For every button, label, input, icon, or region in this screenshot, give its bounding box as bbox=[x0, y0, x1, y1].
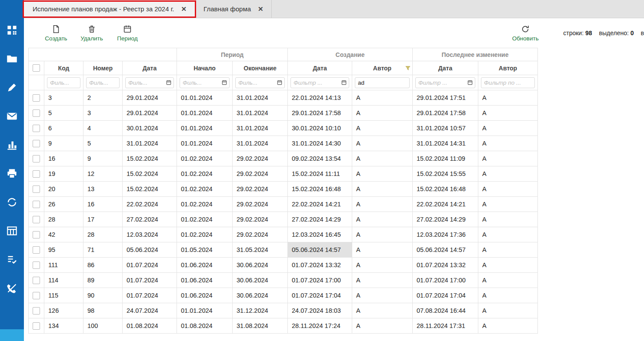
calendar-icon[interactable] bbox=[341, 79, 347, 86]
table-row[interactable]: 281727.02.202401.02.202429.02.202427.02.… bbox=[29, 212, 538, 227]
cell[interactable]: 29.02.2024 bbox=[233, 227, 288, 242]
cell[interactable]: A bbox=[478, 151, 538, 166]
cell[interactable]: 22.01.2024 14:13 bbox=[288, 90, 352, 106]
cell[interactable]: 17 bbox=[83, 212, 123, 227]
row-checkbox[interactable] bbox=[33, 185, 40, 193]
cell[interactable]: 31.01.2024 bbox=[123, 136, 177, 151]
cell[interactable]: 12.03.2024 bbox=[123, 227, 177, 242]
cell[interactable]: A bbox=[352, 166, 413, 182]
cell[interactable]: 29.01.2024 bbox=[123, 106, 177, 121]
table-row[interactable]: 191215.02.202401.02.202429.02.202415.02.… bbox=[29, 166, 538, 182]
cell[interactable]: A bbox=[352, 288, 413, 303]
cell[interactable]: 05.06.2024 14:57 bbox=[288, 242, 352, 258]
cell[interactable]: 31.01.2024 10:57 bbox=[413, 121, 478, 136]
cell[interactable]: 07.08.2024 16:44 bbox=[413, 303, 478, 318]
phone-off-icon[interactable] bbox=[6, 282, 18, 294]
cell[interactable]: 126 bbox=[44, 303, 83, 318]
table-row[interactable]: 201315.02.202401.02.202429.02.202415.02.… bbox=[29, 182, 538, 197]
cell[interactable]: 15.02.2024 bbox=[123, 166, 177, 182]
create-button[interactable]: Создать bbox=[38, 24, 74, 42]
cell[interactable]: 22.02.2024 14:21 bbox=[288, 197, 352, 212]
delete-button[interactable]: Удалить bbox=[74, 24, 110, 42]
cell[interactable]: A bbox=[352, 106, 413, 121]
cell[interactable]: 29.02.2024 bbox=[233, 151, 288, 166]
cell[interactable]: 29.01.2024 bbox=[123, 90, 177, 106]
cell[interactable]: A bbox=[352, 258, 413, 273]
cell[interactable]: A bbox=[478, 273, 538, 288]
filter-izmenenie-data-input[interactable] bbox=[415, 77, 475, 88]
folder-icon[interactable] bbox=[6, 53, 18, 65]
row-checkbox[interactable] bbox=[33, 155, 40, 162]
row-checkbox[interactable] bbox=[33, 170, 40, 178]
cell[interactable]: 31.12.2024 bbox=[233, 303, 288, 318]
cell[interactable]: A bbox=[478, 318, 538, 334]
cell[interactable]: A bbox=[352, 182, 413, 197]
calendar-icon[interactable] bbox=[166, 79, 172, 86]
cell[interactable]: 15.02.2024 bbox=[123, 182, 177, 197]
cell[interactable]: 01.01.2024 bbox=[177, 106, 233, 121]
cell[interactable]: 22.02.2024 bbox=[123, 197, 177, 212]
table-row[interactable]: 1148901.07.202401.06.202430.06.202401.07… bbox=[29, 273, 538, 288]
filter-izmenenie-avtor-input[interactable] bbox=[481, 77, 535, 88]
cell[interactable]: 98 bbox=[83, 303, 123, 318]
cell[interactable]: A bbox=[478, 258, 538, 273]
cell[interactable]: 01.07.2024 13:32 bbox=[413, 258, 478, 273]
filter-nomer-input[interactable] bbox=[86, 77, 120, 88]
cell[interactable]: A bbox=[478, 182, 538, 197]
cell[interactable]: A bbox=[478, 303, 538, 318]
cell[interactable]: 15.02.2024 16:48 bbox=[413, 182, 478, 197]
cell[interactable]: 01.02.2024 bbox=[177, 182, 233, 197]
cell[interactable]: A bbox=[352, 197, 413, 212]
row-checkbox[interactable] bbox=[33, 201, 40, 208]
cell[interactable]: 01.08.2024 bbox=[177, 318, 233, 334]
cell[interactable]: A bbox=[478, 166, 538, 182]
cell[interactable]: 2 bbox=[83, 90, 123, 106]
cell[interactable]: A bbox=[352, 227, 413, 242]
cell[interactable]: 42 bbox=[44, 227, 83, 242]
cell[interactable]: 01.02.2024 bbox=[177, 212, 233, 227]
filter-sozdanie-data-input[interactable] bbox=[290, 77, 349, 88]
column-header-nomer[interactable]: Номер bbox=[83, 61, 123, 75]
data-table-icon[interactable] bbox=[6, 225, 18, 237]
printer-icon[interactable] bbox=[6, 168, 18, 179]
cell[interactable]: 12.03.2024 16:45 bbox=[288, 227, 352, 242]
row-checkbox[interactable] bbox=[33, 125, 40, 132]
cell[interactable]: 27.02.2024 14:29 bbox=[288, 212, 352, 227]
cell[interactable]: 28 bbox=[44, 212, 83, 227]
cell[interactable]: 3 bbox=[83, 106, 123, 121]
cell[interactable]: 95 bbox=[44, 242, 83, 258]
cell[interactable]: 27.02.2024 14:29 bbox=[413, 212, 478, 227]
cell[interactable]: 01.07.2024 17:00 bbox=[288, 273, 352, 288]
cell[interactable]: 01.07.2024 17:04 bbox=[288, 288, 352, 303]
column-header-kod[interactable]: Код bbox=[44, 61, 83, 75]
cell[interactable]: 31.01.2024 bbox=[233, 136, 288, 151]
cell[interactable]: 31.01.2024 bbox=[233, 90, 288, 106]
table-row[interactable]: 1269824.07.202401.01.202431.12.202424.07… bbox=[29, 303, 538, 318]
filter-sozdanie-avtor-input[interactable] bbox=[355, 77, 410, 88]
cell[interactable]: A bbox=[478, 242, 538, 258]
row-checkbox[interactable] bbox=[33, 216, 40, 223]
table-row[interactable]: 261622.02.202401.02.202429.02.202422.02.… bbox=[29, 197, 538, 212]
cell[interactable]: 89 bbox=[83, 273, 123, 288]
cell[interactable]: A bbox=[352, 318, 413, 334]
column-header-sozdanie-avtor[interactable]: Автор bbox=[352, 61, 413, 75]
cell[interactable]: 31.08.2024 bbox=[233, 318, 288, 334]
cell[interactable]: 5 bbox=[44, 106, 83, 121]
row-checkbox[interactable] bbox=[33, 262, 40, 269]
period-button[interactable]: Период bbox=[110, 24, 145, 42]
cell[interactable]: 115 bbox=[44, 288, 83, 303]
row-checkbox[interactable] bbox=[33, 277, 40, 284]
cell[interactable]: 30.01.2024 10:10 bbox=[288, 121, 352, 136]
cell[interactable]: 20 bbox=[44, 182, 83, 197]
column-header-nachalo[interactable]: Начало bbox=[177, 61, 233, 75]
cell[interactable]: 30.01.2024 bbox=[123, 121, 177, 136]
cell[interactable]: 01.02.2024 bbox=[177, 227, 233, 242]
cell[interactable]: 9 bbox=[44, 136, 83, 151]
table-row[interactable]: 1159001.07.202401.06.202430.06.202401.07… bbox=[29, 288, 538, 303]
cell[interactable]: 28 bbox=[83, 227, 123, 242]
cell[interactable]: 29.01.2024 17:58 bbox=[288, 106, 352, 121]
row-checkbox[interactable] bbox=[33, 231, 40, 238]
cell[interactable]: 01.07.2024 bbox=[123, 288, 177, 303]
cell[interactable]: 26 bbox=[44, 197, 83, 212]
cell[interactable]: 29.02.2024 bbox=[233, 212, 288, 227]
